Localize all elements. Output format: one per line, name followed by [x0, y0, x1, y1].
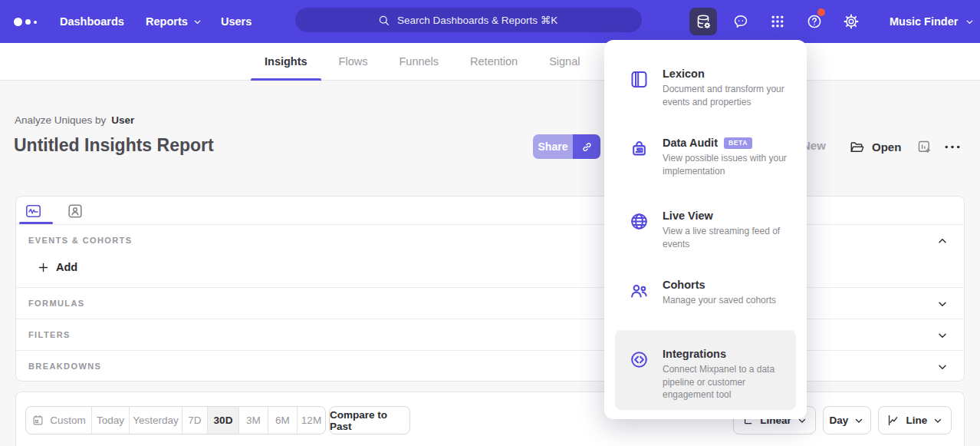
menu-description: Document and transform your events and p…	[663, 83, 794, 108]
chart-controls-card: Custom Today Yesterday 7D 30D 3M 6M 12M …	[15, 391, 965, 446]
project-name: Music Finder	[890, 15, 958, 28]
range-7d[interactable]: 7D	[182, 407, 207, 434]
more-options-button[interactable]	[943, 139, 962, 155]
notification-dot	[817, 8, 825, 16]
section-events-cohorts-label: EVENTS & COHORTS	[28, 236, 132, 245]
chevron-down-icon	[936, 298, 949, 310]
range-today[interactable]: Today	[91, 407, 129, 434]
feedback-chat-button[interactable]	[732, 13, 749, 30]
section-breakdowns-label: BREAKDOWNS	[28, 362, 101, 371]
line-chart-icon	[886, 413, 901, 428]
lexicon-book-icon	[629, 69, 649, 90]
menu-title: Data Audit	[663, 137, 718, 149]
menu-description: View a live streaming feed of events	[663, 225, 794, 250]
mixpanel-logo-icon[interactable]	[14, 18, 37, 26]
tab-flows[interactable]: Flows	[325, 43, 382, 81]
section-formulas[interactable]: FORMULAS	[16, 287, 964, 319]
range-12m[interactable]: 12M	[297, 407, 325, 434]
tab-signal[interactable]: Signal	[535, 43, 594, 81]
nav-users[interactable]: Users	[221, 0, 252, 43]
section-breakdowns[interactable]: BREAKDOWNS	[16, 350, 964, 382]
chevron-down-icon	[936, 361, 949, 373]
open-label: Open	[872, 140, 901, 154]
open-report-button[interactable]: Open	[849, 139, 901, 155]
share-split-button: Share	[533, 134, 600, 159]
add-to-dashboard-button[interactable]	[916, 139, 932, 155]
profiles-view-tab[interactable]	[64, 201, 87, 220]
copy-link-button[interactable]	[573, 134, 600, 159]
beta-badge: BETA	[724, 137, 752, 149]
apps-grid-icon	[769, 13, 786, 30]
menu-description: Connect Mixpanel to a data pipeline or c…	[663, 363, 794, 401]
tab-funnels[interactable]: Funnels	[385, 43, 452, 81]
chevron-down-icon	[192, 17, 202, 27]
add-label: Add	[56, 261, 77, 273]
chevron-down-icon	[853, 415, 864, 426]
top-navbar: Dashboards Reports Users	[0, 0, 980, 43]
query-builder-card: EVENTS & COHORTS Add FORMULAS FILTERS BR…	[15, 196, 965, 382]
calendar-icon	[31, 414, 44, 427]
chart-type-dropdown[interactable]: Line	[878, 406, 952, 434]
person-card-icon	[67, 203, 84, 220]
report-subtitle: Analyze Uniques byUser	[15, 114, 134, 126]
share-button[interactable]: Share	[533, 134, 573, 159]
menu-title: Cohorts	[663, 279, 705, 291]
tab-insights[interactable]: Insights	[251, 43, 321, 81]
section-filters-label: FILTERS	[28, 330, 71, 339]
gear-icon	[843, 13, 860, 30]
integrations-sync-icon	[629, 349, 649, 370]
data-audit-icon	[629, 138, 649, 159]
chevron-down-icon	[936, 329, 949, 342]
board-add-icon	[916, 139, 932, 155]
compare-to-past-button[interactable]: Compare to Past	[329, 406, 410, 434]
active-view-underline	[19, 222, 53, 224]
menu-description: Manage your saved cohorts	[663, 294, 794, 307]
settings-button[interactable]	[843, 13, 860, 30]
database-gear-icon	[695, 13, 712, 31]
nav-dashboards-label: Dashboards	[60, 0, 124, 43]
range-yesterday[interactable]: Yesterday	[129, 407, 182, 434]
chat-bubble-icon	[732, 13, 749, 30]
page-title[interactable]: Untitled Insights Report	[14, 135, 214, 156]
builder-view-strip	[16, 197, 964, 225]
subtitle-prefix: Analyze Uniques by	[15, 114, 106, 126]
search-input[interactable]	[397, 15, 560, 26]
chevron-down-icon	[965, 17, 975, 27]
tab-retention[interactable]: Retention	[456, 43, 531, 81]
chevron-up-icon[interactable]	[936, 235, 949, 247]
data-management-menu: Lexicon Document and transform your even…	[604, 40, 807, 419]
plus-icon	[38, 262, 49, 273]
range-30d[interactable]: 30D	[207, 407, 238, 434]
report-tabbar: Insights Flows Funnels Retention Signal …	[0, 43, 980, 81]
granularity-dropdown[interactable]: Day	[823, 406, 871, 434]
date-range-control: Custom Today Yesterday 7D 30D 3M 6M 12M	[25, 406, 326, 434]
menu-title: Integrations	[663, 348, 726, 360]
data-management-button[interactable]	[689, 8, 717, 35]
subtitle-entity[interactable]: User	[111, 114, 134, 126]
more-horizontal-icon	[943, 139, 962, 155]
nav-reports-label: Reports	[146, 0, 188, 43]
menu-title: Live View	[663, 210, 713, 222]
live-view-globe-icon	[629, 211, 649, 232]
search-icon	[377, 14, 390, 27]
project-switcher[interactable]: Music Finder	[890, 0, 975, 43]
link-icon	[580, 140, 594, 154]
menu-title: Lexicon	[663, 68, 705, 80]
cohorts-people-icon	[629, 280, 649, 301]
range-3m[interactable]: 3M	[238, 407, 268, 434]
folder-open-icon	[849, 139, 865, 155]
menu-description: View possible issues with your implement…	[663, 152, 794, 177]
nav-reports[interactable]: Reports	[146, 0, 202, 43]
section-formulas-label: FORMULAS	[28, 299, 85, 308]
chevron-down-icon	[932, 415, 943, 426]
pulse-chart-icon	[24, 203, 43, 220]
add-event-button[interactable]: Add	[38, 261, 77, 273]
apps-grid-button[interactable]	[769, 13, 786, 30]
section-filters[interactable]: FILTERS	[16, 319, 964, 350]
range-6m[interactable]: 6M	[268, 407, 297, 434]
events-view-tab[interactable]	[21, 201, 44, 220]
range-custom[interactable]: Custom	[26, 407, 91, 434]
nav-users-label: Users	[221, 0, 252, 43]
nav-dashboards[interactable]: Dashboards	[60, 0, 124, 43]
global-search[interactable]	[295, 8, 642, 32]
